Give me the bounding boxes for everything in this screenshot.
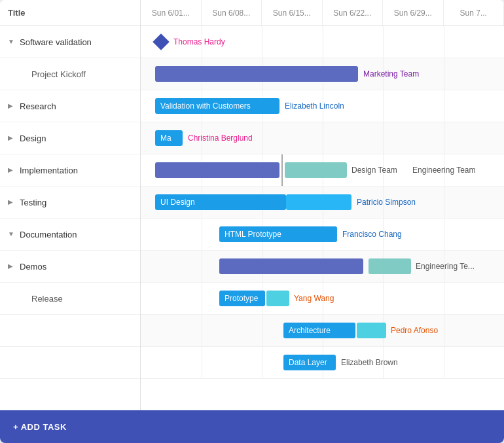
sidebar-row-8[interactable]: Release bbox=[0, 283, 140, 315]
gantt-bar[interactable]: Validation with Customers bbox=[155, 98, 279, 114]
gantt-bar[interactable] bbox=[266, 291, 289, 306]
bar-assignee-label: Christina Berglund bbox=[188, 133, 253, 143]
bar-assignee-label: Elizabeth Brown bbox=[341, 358, 398, 367]
bar-assignee-label: Yang Wang bbox=[294, 294, 334, 303]
chart-row-6: HTML PrototypeFrancisco Chang bbox=[141, 219, 504, 251]
gantt-bar[interactable] bbox=[357, 323, 386, 338]
sidebar-row-10[interactable] bbox=[0, 347, 140, 379]
bar-assignee-label: Patricio Simpson bbox=[357, 198, 416, 207]
gantt-bar[interactable]: Prototype bbox=[219, 291, 265, 306]
sidebar-row-6[interactable]: Documentation bbox=[0, 219, 140, 251]
gantt-bar[interactable]: UI Design bbox=[155, 194, 286, 210]
gantt-bar[interactable] bbox=[369, 258, 411, 274]
gantt-bar[interactable] bbox=[155, 66, 358, 82]
chart-row-4: Design TeamEngineering Team bbox=[141, 154, 504, 186]
gantt-header: Title Sun 6/01...Sun 6/08...Sun 6/15...S… bbox=[0, 0, 504, 26]
gantt-bar[interactable] bbox=[219, 258, 363, 274]
bar-assignee-label: Francisco Chang bbox=[342, 230, 402, 239]
gantt-bar[interactable]: HTML Prototype bbox=[219, 226, 337, 242]
bar-assignee-label: Elizabeth Lincoln bbox=[285, 101, 344, 111]
sidebar-row-3[interactable]: Design bbox=[0, 122, 140, 154]
bar-assignee-label: Engineering Te... bbox=[416, 262, 475, 271]
sidebar-row-7[interactable]: Demos bbox=[0, 251, 140, 283]
header-dates: Sun 6/01...Sun 6/08...Sun 6/15...Sun 6/2… bbox=[141, 0, 504, 26]
gantt-bar[interactable]: Ma bbox=[155, 130, 183, 146]
bar-assignee-label: Pedro Afonso bbox=[391, 326, 438, 335]
sidebar-row-0[interactable]: Software validation bbox=[0, 26, 140, 58]
bar-assignee-label: Design Team bbox=[351, 166, 397, 175]
chart-rows: Thomas HardyMarketing TeamValidation wit… bbox=[141, 26, 504, 379]
header-date-1: Sun 6/08... bbox=[202, 0, 262, 26]
header-date-4: Sun 6/29... bbox=[383, 0, 444, 26]
gantt-bar[interactable] bbox=[285, 162, 347, 178]
gantt-bar[interactable] bbox=[286, 194, 351, 210]
header-title: Title bbox=[0, 0, 141, 26]
header-date-2: Sun 6/15... bbox=[262, 0, 323, 26]
header-date-3: Sun 6/22... bbox=[323, 0, 384, 26]
gantt-body: Software validationProject KickoffResear… bbox=[0, 26, 504, 410]
gantt-container: Title Sun 6/01...Sun 6/08...Sun 6/15...S… bbox=[0, 0, 504, 443]
sidebar-row-4[interactable]: Implementation bbox=[0, 154, 140, 186]
chart-row-7: Engineering Te... bbox=[141, 251, 504, 283]
chart-row-3: MaChristina Berglund bbox=[141, 122, 504, 154]
chart-row-2: Validation with CustomersElizabeth Linco… bbox=[141, 90, 504, 122]
gantt-bar[interactable]: Architecture bbox=[283, 323, 355, 338]
chart-row-5: UI DesignPatricio Simpson bbox=[141, 186, 504, 219]
chart-row-10: Data LayerElizabeth Brown bbox=[141, 347, 504, 379]
header-date-0: Sun 6/01... bbox=[141, 0, 202, 26]
chart-row-9: ArchitecturePedro Afonso bbox=[141, 315, 504, 347]
sidebar-row-5[interactable]: Testing bbox=[0, 186, 140, 219]
add-task-button[interactable]: + ADD TASK bbox=[0, 410, 504, 443]
bar-assignee-label: Thomas Hardy bbox=[173, 37, 225, 46]
chart-area: Thomas HardyMarketing TeamValidation wit… bbox=[141, 26, 504, 410]
bar-assignee-label: Marketing Team bbox=[363, 69, 419, 79]
sidebar: Software validationProject KickoffResear… bbox=[0, 26, 141, 410]
chart-row-1: Marketing Team bbox=[141, 58, 504, 90]
sidebar-row-9[interactable] bbox=[0, 315, 140, 347]
gantt-bar[interactable]: Data Layer bbox=[283, 355, 336, 370]
bar-assignee-label: Engineering Team bbox=[412, 166, 476, 175]
gantt-bar[interactable] bbox=[155, 162, 279, 178]
milestone-diamond bbox=[153, 33, 169, 50]
chart-row-0: Thomas Hardy bbox=[141, 26, 504, 58]
sidebar-row-2[interactable]: Research bbox=[0, 90, 140, 122]
dependency-line bbox=[281, 154, 283, 186]
sidebar-row-1[interactable]: Project Kickoff bbox=[0, 58, 140, 90]
chart-row-8: PrototypeYang Wang bbox=[141, 283, 504, 315]
header-date-5: Sun 7... bbox=[444, 0, 505, 26]
